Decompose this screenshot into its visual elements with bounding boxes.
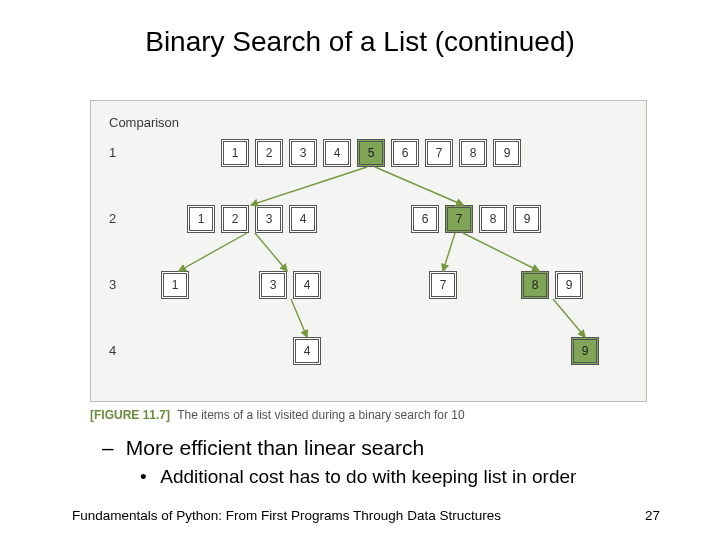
dot-icon: • [140, 466, 156, 488]
svg-line-6 [291, 299, 307, 337]
list-cell: 9 [555, 271, 583, 299]
dash-icon: – [102, 436, 120, 460]
list-cell: 1 [187, 205, 215, 233]
svg-line-1 [375, 167, 463, 205]
list-cell-highlight: 5 [357, 139, 385, 167]
slide: Binary Search of a List (continued) Comp… [0, 0, 720, 540]
list-cell: 4 [293, 337, 321, 365]
row-label: 1 [109, 145, 116, 160]
list-cell-highlight: 9 [571, 337, 599, 365]
row-label: 2 [109, 211, 116, 226]
figure-area: Comparison 1 2 3 4 1 2 3 4 5 6 7 8 9 1 2… [90, 100, 647, 402]
bullet-text: Additional cost has to do with keeping l… [160, 466, 576, 487]
list-cell: 6 [411, 205, 439, 233]
list-cell: 4 [289, 205, 317, 233]
bullet-text: More efficient than linear search [126, 436, 424, 459]
list-cell: 8 [459, 139, 487, 167]
list-cell: 3 [255, 205, 283, 233]
list-cell: 2 [255, 139, 283, 167]
svg-line-5 [463, 233, 539, 271]
footer-text: Fundamentals of Python: From First Progr… [72, 508, 501, 523]
list-cell: 9 [493, 139, 521, 167]
list-cell-highlight: 8 [521, 271, 549, 299]
list-cell: 6 [391, 139, 419, 167]
figure-tag: [FIGURE 11.7] [90, 408, 170, 422]
row-label: 4 [109, 343, 116, 358]
list-cell: 4 [293, 271, 321, 299]
list-cell: 3 [289, 139, 317, 167]
comparison-heading: Comparison [109, 115, 179, 130]
svg-line-7 [553, 299, 585, 337]
list-cell: 8 [479, 205, 507, 233]
svg-line-4 [443, 233, 455, 271]
figure-caption: [FIGURE 11.7] The items of a list visite… [90, 408, 465, 422]
slide-title: Binary Search of a List (continued) [0, 26, 720, 58]
list-cell: 1 [161, 271, 189, 299]
list-cell: 3 [259, 271, 287, 299]
svg-line-3 [255, 233, 287, 271]
svg-line-0 [251, 167, 367, 205]
list-cell: 4 [323, 139, 351, 167]
figure-caption-text: The items of a list visited during a bin… [177, 408, 464, 422]
list-cell: 7 [429, 271, 457, 299]
list-cell: 7 [425, 139, 453, 167]
row-label: 3 [109, 277, 116, 292]
svg-line-2 [179, 233, 247, 271]
page-number: 27 [645, 508, 660, 523]
bullet-level-2: • Additional cost has to do with keeping… [140, 466, 576, 488]
bullet-level-1: – More efficient than linear search [102, 436, 424, 460]
list-cell-highlight: 7 [445, 205, 473, 233]
list-cell: 2 [221, 205, 249, 233]
list-cell: 1 [221, 139, 249, 167]
list-cell: 9 [513, 205, 541, 233]
